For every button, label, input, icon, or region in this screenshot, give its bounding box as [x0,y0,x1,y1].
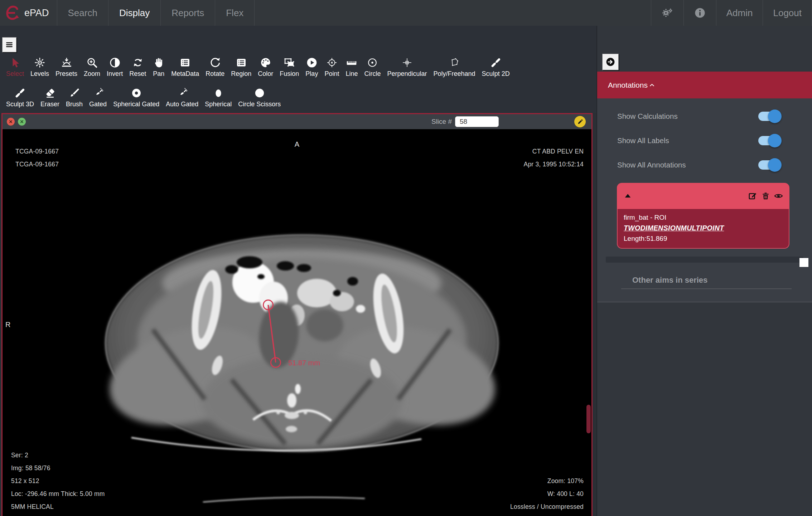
epad-logo-icon [5,5,21,21]
tool-play[interactable]: Play [305,57,318,78]
magnifier-plus [86,57,98,69]
toggle-label: Show All Labels [617,136,669,145]
other-aims-title: Other aims in series [597,276,812,285]
tool-label: Fusion [280,70,299,78]
settings-button[interactable] [651,0,683,26]
tool-zoom[interactable]: Zoom [84,57,100,78]
expand-viewport-button[interactable] [18,118,26,126]
image-viewport[interactable]: Slice # [1,113,593,516]
overlay-line: Ser: 2 [11,449,105,462]
tool-label: Play [305,70,318,78]
dicom-image-area[interactable]: 51.87 mm TCGA-09-1667TCGA-09-1667 CT ABD… [3,129,591,516]
tool-line[interactable]: Line [345,57,358,78]
tool-sculpt-3d[interactable]: Sculpt 3D [6,87,34,108]
tool-invert[interactable]: Invert [107,57,123,78]
tool-label: Brush [66,101,83,108]
rotate-arrow [209,57,221,69]
menu-button[interactable] [2,37,16,52]
toggle-switch-show-all-annotations[interactable] [758,160,780,170]
tool-fusion[interactable]: Fusion [280,57,299,78]
tab-reports[interactable]: Reports [160,0,215,26]
toggle-knob [768,109,782,123]
tab-search[interactable]: Search [57,0,108,26]
annotation-edit-button[interactable] [748,191,758,201]
crosshair-plus [401,57,413,69]
tool-brush[interactable]: Brush [66,87,83,108]
logout-button[interactable]: Logout [763,0,812,26]
circle-dot [366,57,378,69]
half-circle [109,57,121,69]
panel-resize-handle[interactable] [799,258,808,267]
tool-eraser[interactable]: Eraser [40,87,59,108]
play-circle [306,57,318,69]
tool-select[interactable]: Select [6,57,24,78]
tool-color[interactable]: Color [258,57,273,78]
tool-reset[interactable]: Reset [129,57,146,78]
tool-pan[interactable]: Pan [153,57,165,78]
toggle-knob [768,134,782,147]
overlay-line: Loc: -296.46 mm Thick: 5.00 mm [11,487,105,500]
close-viewport-button[interactable] [7,118,15,126]
overlay-line: Lossless / Uncompressed [510,500,584,513]
tool-poly-freehand[interactable]: Poly/Freehand [434,57,475,78]
annotation-collapse-button[interactable] [623,191,633,201]
tab-display[interactable]: Display [108,0,160,26]
tool-point[interactable]: Point [324,57,339,78]
filled-circle [253,87,266,99]
crosshair-target [326,57,338,69]
pencil-icon [576,118,584,126]
top-nav: ePAD SearchDisplayReportsFlex Admin Logo… [0,0,812,26]
annotation-shape-type: TWODIMENSIONMULTIPOINT [624,224,783,232]
admin-button[interactable]: Admin [716,0,763,26]
polygon [448,57,460,69]
tool-perpendicular[interactable]: Perpendicular [387,57,427,78]
tool-levels[interactable]: Levels [30,57,49,78]
toggle-knob [768,158,782,172]
tool-label: Pan [153,70,164,78]
tool-spherical-gated[interactable]: Spherical Gated [113,87,159,108]
annotations-panel-header[interactable]: Annotations [597,72,812,98]
tool-circle[interactable]: Circle [364,57,381,78]
brush [68,87,81,99]
tool-label: Levels [30,70,49,78]
nav-right: Admin Logout [651,0,812,26]
tab-flex[interactable]: Flex [215,0,254,26]
sidebar-collapse-button[interactable] [602,54,619,70]
tool-label: Circle Scissors [238,101,281,108]
overlay-line: TCGA-09-1667 [15,158,59,171]
viewer-scrollbar-thumb[interactable] [586,405,591,433]
tool-rotate[interactable]: Rotate [206,57,224,78]
edit-icon [748,191,758,201]
tool-label: Reset [129,70,146,78]
annotation-card[interactable]: firm_bat - ROI TWODIMENSIONMULTIPOINT Le… [617,183,789,249]
tool-presets[interactable]: Presets [55,57,77,78]
tool-metadata[interactable]: MetaData [171,57,199,78]
overlay-line: W: 400 L: 40 [510,487,584,500]
tool-region[interactable]: Region [231,57,251,78]
annotation-card-header [617,183,789,209]
annotation-visibility-button[interactable] [774,191,783,201]
slice-number-input[interactable] [455,116,499,127]
toggle-switch-show-all-labels[interactable] [758,136,780,145]
annotate-pencil-button[interactable] [574,116,586,127]
tool-label: Sculpt 3D [6,101,34,108]
tool-spherical[interactable]: Spherical [205,87,232,108]
donut [130,87,142,99]
series-info-overlay: Ser: 2Img: 58 58/76512 x 512Loc: -296.46… [11,449,105,513]
tool-label: Circle [364,70,381,78]
tool-label: Zoom [84,70,100,78]
list [235,57,247,69]
annotation-delete-button[interactable] [761,191,770,201]
epad-brand[interactable]: ePAD [0,0,57,26]
toggle-switch-show-calculations[interactable] [758,112,780,121]
gears-icon [661,7,673,19]
tool-label: Line [345,70,358,78]
tool-auto-gated[interactable]: Auto Gated [166,87,198,108]
tool-circle-scissors[interactable]: Circle Scissors [238,87,281,108]
tool-sculpt-2d[interactable]: Sculpt 2D [482,57,510,78]
tool-gated[interactable]: Gated [89,87,107,108]
nav-tabs: SearchDisplayReportsFlex [57,0,255,26]
tool-label: Spherical Gated [113,101,159,108]
orientation-label-top: A [3,138,591,151]
info-button[interactable] [683,0,716,26]
